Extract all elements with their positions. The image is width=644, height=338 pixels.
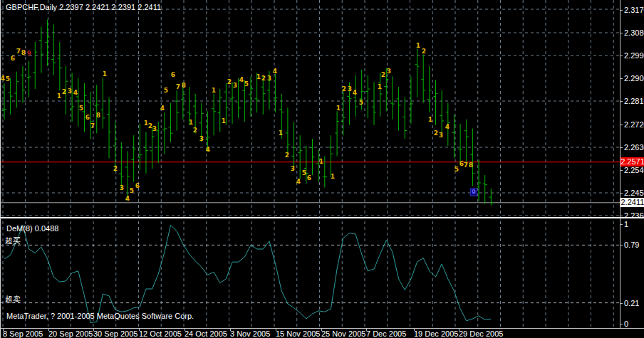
time-axis[interactable]: 8 Sep 200520 Sep 200530 Sep 200512 Oct 2… — [1, 329, 644, 338]
ohlc-bar[interactable] — [304, 146, 308, 184]
date-axis-label: 30 Sep 2005 — [93, 329, 137, 338]
date-axis-label: 3 Nov 2005 — [230, 329, 270, 338]
ohlc-bar[interactable] — [372, 82, 376, 125]
ohlc-bar[interactable] — [9, 78, 13, 115]
alert-price-label: 2.2571 — [620, 157, 644, 167]
ohlc-bar[interactable] — [169, 103, 173, 142]
ohlc-bar[interactable] — [237, 78, 241, 118]
ohlc-bar[interactable] — [421, 54, 425, 102]
ohlc-bar[interactable] — [446, 103, 450, 146]
ohlc-bar[interactable] — [119, 142, 123, 189]
ohlc-bar[interactable] — [64, 66, 68, 115]
ohlc-bar[interactable] — [452, 115, 456, 158]
ohlc-bar[interactable] — [458, 124, 462, 165]
price-axis-label: 2.2630 — [624, 143, 644, 152]
ohlc-bar[interactable] — [279, 94, 284, 139]
date-axis-label: 8 Sep 2005 — [3, 329, 43, 338]
price-axis-label: 2.3170 — [624, 6, 644, 14]
ohlc-bar[interactable] — [95, 85, 99, 133]
ohlc-bar[interactable] — [402, 97, 407, 139]
indicator-tick — [620, 303, 623, 304]
price-axis-label: 2.2720 — [624, 120, 644, 129]
price-axis-label: 2.2990 — [624, 51, 644, 60]
ohlc-bar[interactable] — [51, 24, 56, 75]
ohlc-bar[interactable] — [33, 42, 37, 89]
ohlc-bar[interactable] — [14, 72, 19, 108]
panel-separator[interactable] — [1, 217, 644, 218]
date-axis-label: 19 Dec 2005 — [414, 329, 458, 338]
ohlc-bar[interactable] — [162, 112, 167, 154]
ohlc-bar[interactable] — [316, 149, 321, 182]
ohlc-bar[interactable] — [440, 90, 444, 135]
ohlc-bar[interactable] — [397, 87, 401, 130]
ohlc-bar[interactable] — [199, 103, 204, 142]
ohlc-bar[interactable] — [27, 61, 31, 97]
ohlc-bar[interactable] — [292, 122, 296, 168]
ohlc-bar[interactable] — [477, 160, 481, 201]
ohlc-bar[interactable] — [76, 78, 80, 127]
indicator-tick — [620, 224, 623, 225]
price-axis-label: 2.2900 — [624, 74, 644, 83]
date-axis-label: 25 Nov 2005 — [321, 329, 365, 338]
ohlc-bar[interactable] — [156, 122, 160, 163]
price-chart-plot[interactable] — [1, 0, 620, 218]
ohlc-bar[interactable] — [58, 42, 62, 90]
ohlc-bar[interactable] — [483, 175, 487, 204]
ohlc-bar[interactable] — [88, 92, 93, 139]
ohlc-bar[interactable] — [39, 27, 43, 73]
overbought-label: 超买 — [5, 236, 21, 246]
ohlc-bar[interactable] — [212, 94, 216, 136]
ohlc-bar[interactable] — [137, 124, 142, 170]
ohlc-bar[interactable] — [100, 78, 105, 129]
ohlc-bar[interactable] — [341, 90, 346, 135]
ohlc-bar[interactable] — [365, 75, 370, 118]
ohlc-bar[interactable] — [470, 129, 474, 186]
ohlc-bar[interactable] — [261, 75, 265, 115]
demarker-line — [4, 225, 491, 322]
ohlc-bar[interactable] — [328, 135, 333, 177]
indicator-axis-label: 0 — [624, 319, 628, 328]
ohlc-bar[interactable] — [311, 139, 315, 175]
price-axis-label: 2.2540 — [624, 166, 644, 174]
ohlc-bar[interactable] — [82, 83, 86, 132]
ohlc-bar[interactable] — [427, 66, 432, 112]
current-price-label: 2.2411 — [620, 198, 644, 207]
ohlc-bar[interactable] — [347, 82, 351, 125]
date-axis-label: 7 Dec 2005 — [366, 329, 406, 338]
ohlc-bar[interactable] — [298, 135, 302, 179]
ohlc-bar[interactable] — [464, 120, 469, 163]
ohlc-bar[interactable] — [378, 73, 383, 116]
ohlc-bar[interactable] — [107, 97, 111, 159]
indicator-axis-label: 1 — [624, 220, 628, 228]
indicator-axis-label: 0.79 — [624, 241, 639, 249]
ohlc-bar[interactable] — [255, 73, 259, 112]
ohlc-bar[interactable] — [144, 132, 148, 174]
ohlc-bar[interactable] — [113, 122, 118, 172]
ohlc-bar[interactable] — [335, 111, 339, 156]
price-axis-label: 2.3080 — [624, 28, 644, 37]
ohlc-bar[interactable] — [415, 49, 420, 97]
indicator-name-value: DeM(8) 0.0488 — [6, 224, 58, 233]
ohlc-bar[interactable] — [323, 157, 327, 188]
price-axis-label: 2.2810 — [624, 97, 644, 105]
chart-title: GBPCHF,Daily 2.2397 2.2421 2.2391 2.2411 — [6, 3, 161, 11]
ohlc-bar[interactable] — [218, 89, 222, 132]
ohlc-bar[interactable] — [187, 87, 192, 125]
ohlc-bar[interactable] — [224, 83, 228, 125]
price-axis-label: 2.2360 — [624, 211, 644, 220]
ohlc-bar[interactable] — [21, 66, 25, 103]
ohlc-bar[interactable] — [360, 70, 364, 110]
ohlc-bar[interactable] — [46, 20, 50, 66]
ohlc-bar[interactable] — [132, 135, 136, 181]
ohlc-bar[interactable] — [434, 80, 438, 125]
ohlc-bar[interactable] — [125, 152, 130, 200]
ohlc-bar[interactable] — [230, 82, 234, 124]
ohlc-bar[interactable] — [267, 71, 271, 110]
ohlc-bar[interactable] — [175, 90, 179, 130]
ohlc-bar[interactable] — [390, 76, 395, 119]
ohlc-bar[interactable] — [193, 94, 197, 134]
ohlc-bar[interactable] — [409, 76, 413, 123]
ohlc-bar[interactable] — [353, 75, 358, 117]
ohlc-bar[interactable] — [249, 76, 253, 116]
ohlc-bar[interactable] — [384, 68, 388, 112]
